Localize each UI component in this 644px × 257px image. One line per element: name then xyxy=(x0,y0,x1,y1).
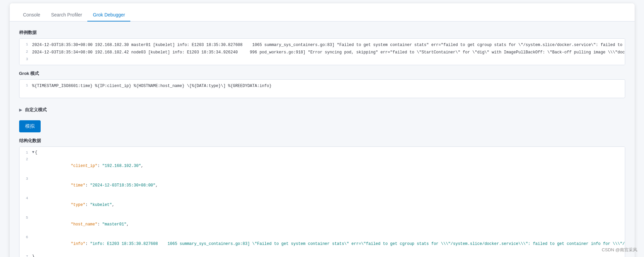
content-area: 样例数据 1 2024-12-03T18:35:30+08:00 192.168… xyxy=(10,22,635,257)
expand-icon-1: ▼ xyxy=(32,150,35,154)
sample-line-3: 3 xyxy=(22,56,623,63)
sample-data-box[interactable]: 1 2024-12-03T18:35:30+08:00 192.168.102.… xyxy=(19,38,625,65)
json-line-3: 3 "time": "2024-12-03T18:35:30+08:00", xyxy=(22,176,623,195)
watermark: CSDN @南宫采风 xyxy=(602,247,637,253)
json-line-1: 1 ▼ { xyxy=(22,149,623,156)
sample-line-1: 1 2024-12-03T18:35:30+08:00 192.168.102.… xyxy=(22,41,623,49)
chevron-right-icon: ▶ xyxy=(19,108,22,112)
sample-data-content: 1 2024-12-03T18:35:30+08:00 192.168.102.… xyxy=(19,39,625,65)
simulate-button-wrapper: 模拟 xyxy=(19,116,625,138)
json-line-7: 7 } xyxy=(22,254,623,257)
structured-data-section: 结构化数据 1 ▼ { 2 "client_ip": "192.168.102.… xyxy=(19,138,625,257)
tab-grok-debugger[interactable]: Grok Debugger xyxy=(87,9,130,22)
structured-data-content: 1 ▼ { 2 "client_ip": "192.168.102.30", 3 xyxy=(19,147,625,257)
grok-pattern-label: Grok 模式 xyxy=(19,71,625,77)
json-line-2: 2 "client_ip": "192.168.102.30", xyxy=(22,156,623,176)
sample-data-section: 样例数据 1 2024-12-03T18:35:30+08:00 192.168… xyxy=(19,30,625,65)
grok-pattern-content: 1 %{TIMESTAMP_ISO8601:time} %{IP:client_… xyxy=(19,80,625,92)
tabs-bar: Console Search Profiler Grok Debugger xyxy=(10,3,635,22)
grok-line-1: 1 %{TIMESTAMP_ISO8601:time} %{IP:client_… xyxy=(22,82,623,90)
json-line-5: 5 "host_name": "master01", xyxy=(22,215,623,234)
main-container: Console Search Profiler Grok Debugger 样例… xyxy=(10,3,635,257)
structured-data-label: 结构化数据 xyxy=(19,138,625,144)
tab-console[interactable]: Console xyxy=(18,9,46,22)
json-line-6: 6 "info": "info: E1203 18:35:30.827608 1… xyxy=(22,234,623,254)
sample-data-label: 样例数据 xyxy=(19,30,625,36)
tab-search-profiler[interactable]: Search Profiler xyxy=(46,9,88,22)
custom-mode-label: 自定义模式 xyxy=(25,107,47,113)
structured-data-box[interactable]: 1 ▼ { 2 "client_ip": "192.168.102.30", 3 xyxy=(19,146,625,257)
custom-mode-row[interactable]: ▶ 自定义模式 xyxy=(19,103,625,116)
json-line-4: 4 "type": "kubelet", xyxy=(22,195,623,215)
grok-pattern-box[interactable]: 1 %{TIMESTAMP_ISO8601:time} %{IP:client_… xyxy=(19,79,625,98)
sample-line-2: 2 2024-12-03T18:35:34+08:00 192.168.102.… xyxy=(22,49,623,56)
grok-pattern-section: Grok 模式 1 %{TIMESTAMP_ISO8601:time} %{IP… xyxy=(19,71,625,98)
simulate-button[interactable]: 模拟 xyxy=(19,120,41,132)
